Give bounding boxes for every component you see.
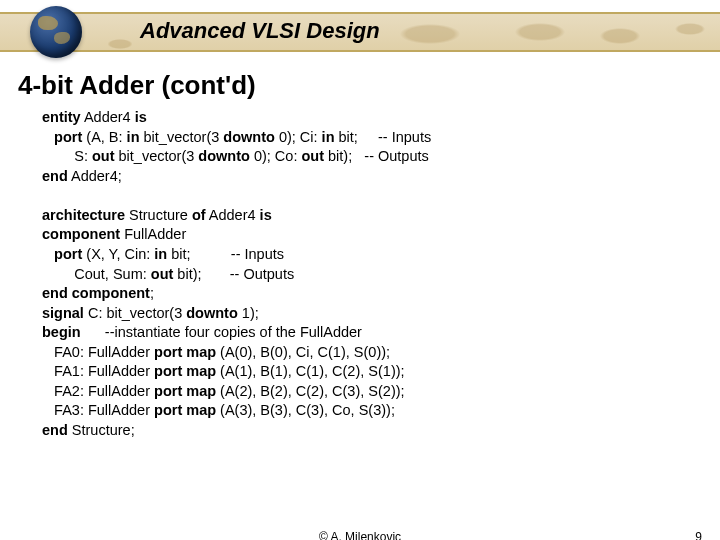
copyright: © A. Milenkovic — [319, 530, 401, 540]
globe-icon — [30, 6, 82, 58]
course-title: Advanced VLSI Design — [140, 18, 380, 44]
slide-title: 4-bit Adder (cont'd) — [18, 70, 256, 101]
vhdl-code: entity Adder4 is port (A, B: in bit_vect… — [42, 108, 682, 441]
page-number: 9 — [695, 530, 702, 540]
